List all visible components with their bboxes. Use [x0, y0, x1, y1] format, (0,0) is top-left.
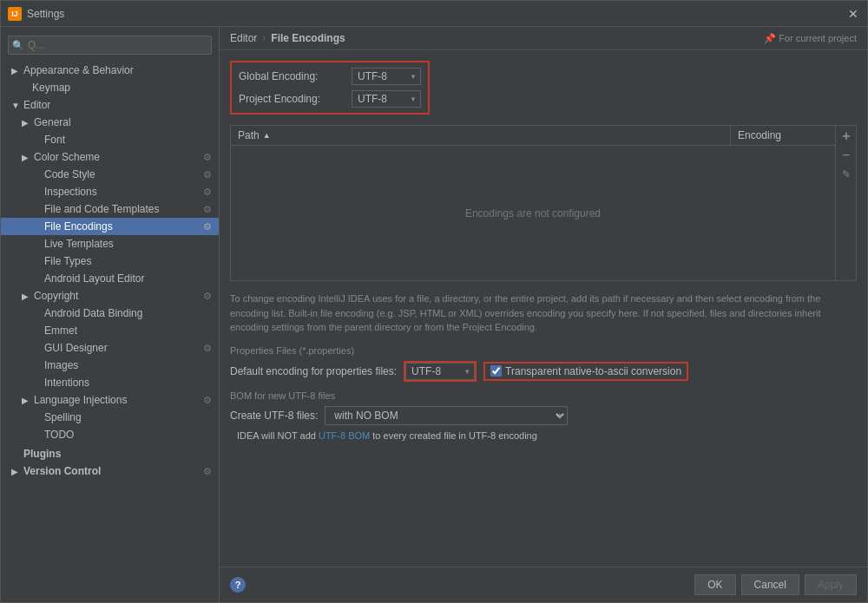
add-encoding-button[interactable]: +	[838, 128, 855, 145]
settings-icon: ⚙	[203, 187, 212, 198]
sidebar-item-intentions[interactable]: Intentions	[1, 374, 219, 391]
remove-encoding-button[interactable]: −	[838, 147, 855, 164]
sidebar-item-emmet[interactable]: Emmet	[1, 322, 219, 339]
sidebar-item-gui-designer[interactable]: GUI Designer ⚙	[1, 339, 219, 357]
global-encoding-row: Global Encoding: UTF-8	[239, 68, 421, 85]
settings-icon: ⚙	[203, 152, 212, 163]
title-bar: IJ Settings ✕	[1, 1, 867, 27]
default-encoding-label: Default encoding for properties files:	[230, 365, 397, 377]
search-box: 🔍	[8, 36, 212, 55]
edit-encoding-button[interactable]: ✎	[838, 166, 855, 183]
sidebar-item-editor[interactable]: ▼ Editor	[1, 96, 219, 114]
description-text: To change encoding IntelliJ IDEA uses fo…	[230, 292, 857, 335]
sidebar-item-language-injections[interactable]: ▶ Language Injections ⚙	[1, 391, 219, 409]
bom-link[interactable]: UTF-8 BOM	[319, 430, 370, 441]
search-input[interactable]	[8, 36, 212, 55]
sidebar-item-todo[interactable]: TODO	[1, 426, 219, 443]
search-icon: 🔍	[12, 40, 24, 51]
sidebar-item-color-scheme[interactable]: ▶ Color Scheme ⚙	[1, 148, 219, 166]
breadcrumb-current: File Encodings	[271, 32, 345, 44]
properties-select-border: UTF-8	[404, 361, 477, 382]
table-empty-message: Encodings are not configured	[231, 146, 835, 280]
bom-note: IDEA will NOT add UTF-8 BOM to every cre…	[237, 430, 857, 441]
bom-row: Create UTF-8 files: with NO BOM with BOM	[230, 406, 857, 425]
right-panel: Editor › File Encodings 📌 For current pr…	[220, 27, 867, 602]
sidebar-item-general[interactable]: ▶ General	[1, 114, 219, 131]
path-column-header: Path ▲	[231, 126, 731, 145]
bom-section: BOM for new UTF-8 files Create UTF-8 fil…	[230, 390, 857, 441]
sidebar-item-live-templates[interactable]: Live Templates	[1, 235, 219, 252]
sidebar-item-spelling[interactable]: Spelling	[1, 409, 219, 426]
cancel-button[interactable]: Cancel	[741, 574, 799, 595]
sidebar-item-font[interactable]: Font	[1, 131, 219, 148]
sidebar-item-images[interactable]: Images	[1, 357, 219, 374]
transparent-conversion-checkbox[interactable]	[490, 365, 502, 377]
bom-select-wrap: with NO BOM with BOM	[325, 406, 568, 425]
project-encoding-select-wrap: UTF-8	[352, 90, 421, 108]
breadcrumb-separator: ›	[262, 32, 266, 44]
help-button[interactable]: ?	[230, 577, 246, 593]
encoding-section: Global Encoding: UTF-8 Project Encoding:…	[230, 61, 430, 115]
window-title: Settings	[27, 8, 846, 20]
transparent-conversion-label: Transparent native-to-ascii conversion	[505, 365, 681, 377]
sidebar-item-file-encodings[interactable]: File Encodings ⚙	[1, 218, 219, 235]
panel-header: Editor › File Encodings 📌 For current pr…	[220, 27, 867, 50]
project-encoding-select[interactable]: UTF-8	[352, 90, 421, 108]
sidebar-item-android-layout-editor[interactable]: Android Layout Editor	[1, 270, 219, 287]
properties-encoding-select-wrap: UTF-8	[405, 363, 475, 380]
settings-window: IJ Settings ✕ 🔍 ▶ Appearance & Behavior …	[0, 0, 868, 603]
settings-icon: ⚙	[203, 169, 212, 180]
project-note: 📌 For current project	[764, 33, 857, 44]
apply-button[interactable]: Apply	[805, 574, 857, 595]
settings-icon: ⚙	[203, 291, 212, 302]
sidebar-item-version-control[interactable]: ▶ Version Control ⚙	[1, 462, 219, 480]
panel-body: Global Encoding: UTF-8 Project Encoding:…	[220, 50, 867, 567]
breadcrumb-parent: Editor	[230, 32, 257, 44]
settings-icon: ⚙	[203, 204, 212, 215]
sort-icon: ▲	[263, 131, 271, 140]
global-encoding-select[interactable]: UTF-8	[352, 68, 421, 85]
table-header: Path ▲ Encoding	[231, 126, 835, 146]
main-content: 🔍 ▶ Appearance & Behavior Keymap ▼ Edito…	[1, 27, 867, 602]
sidebar-item-plugins[interactable]: Plugins	[1, 445, 219, 462]
bom-select[interactable]: with NO BOM with BOM	[325, 406, 568, 425]
footer: ? OK Cancel Apply	[220, 567, 867, 602]
bom-create-label: Create UTF-8 files:	[230, 410, 318, 422]
sidebar-item-android-data-binding[interactable]: Android Data Binding	[1, 305, 219, 322]
sidebar-item-appearance[interactable]: ▶ Appearance & Behavior	[1, 62, 219, 79]
settings-icon: ⚙	[203, 466, 212, 477]
sidebar: 🔍 ▶ Appearance & Behavior Keymap ▼ Edito…	[1, 27, 220, 602]
encoding-table-container: Path ▲ Encoding Encodings are not config…	[230, 125, 857, 281]
global-encoding-label: Global Encoding:	[239, 70, 352, 82]
project-encoding-row: Project Encoding: UTF-8	[239, 90, 421, 108]
properties-section-title: Properties Files (*.properties)	[230, 345, 857, 356]
table-main: Path ▲ Encoding Encodings are not config…	[231, 126, 835, 280]
table-section: Path ▲ Encoding Encodings are not config…	[230, 125, 857, 281]
close-button[interactable]: ✕	[846, 7, 860, 21]
settings-icon: ⚙	[203, 343, 212, 354]
settings-icon: ⚙	[203, 395, 212, 406]
encoding-column-header: Encoding	[731, 126, 835, 145]
transparent-conversion-checkbox-group: Transparent native-to-ascii conversion	[483, 362, 688, 381]
properties-row: Default encoding for properties files: U…	[230, 361, 857, 382]
sidebar-item-file-code-templates[interactable]: File and Code Templates ⚙	[1, 200, 219, 218]
sidebar-item-file-types[interactable]: File Types	[1, 252, 219, 270]
global-encoding-select-wrap: UTF-8	[352, 68, 421, 85]
sidebar-item-copyright[interactable]: ▶ Copyright ⚙	[1, 287, 219, 305]
app-icon: IJ	[8, 7, 22, 21]
sidebar-item-inspections[interactable]: Inspections ⚙	[1, 183, 219, 200]
sidebar-item-code-style[interactable]: Code Style ⚙	[1, 166, 219, 183]
bom-section-title: BOM for new UTF-8 files	[230, 390, 857, 401]
properties-encoding-select[interactable]: UTF-8	[405, 363, 475, 380]
sidebar-item-keymap[interactable]: Keymap	[1, 79, 219, 96]
table-action-buttons: + − ✎	[835, 126, 856, 280]
project-encoding-label: Project Encoding:	[239, 93, 352, 105]
settings-icon: ⚙	[203, 221, 212, 233]
ok-button[interactable]: OK	[694, 574, 735, 595]
